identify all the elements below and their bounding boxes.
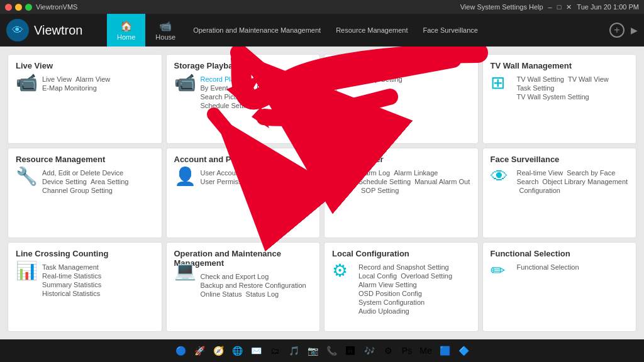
card-title-functional: Functional Selection: [491, 249, 629, 258]
link-functional-0[interactable]: Functional Selection: [517, 263, 579, 271]
window-controls[interactable]: [5, 4, 32, 11]
nav-house-label: House: [155, 33, 175, 41]
card-links-resource-mgmt: Add, Edit or Delete Device Device Settin…: [42, 169, 154, 194]
link-local-config-2[interactable]: Overload Setting: [401, 272, 452, 280]
card-links-tv-wall: TV Wall Setting TV Wall View Task Settin…: [517, 75, 629, 101]
window-minimize-icon[interactable]: –: [548, 3, 552, 11]
link-operation-mgmt-1[interactable]: Backup and Restore Configuration: [201, 282, 306, 289]
taskbar-misc[interactable]: 🔷: [456, 343, 471, 358]
taskbar-appstore[interactable]: 🅰: [343, 343, 358, 358]
link-face-surveillance-2[interactable]: Search: [517, 178, 539, 185]
link-face-surveillance-4[interactable]: Configuration: [519, 187, 560, 194]
link-alarm-center-2[interactable]: Schedule Setting: [358, 178, 411, 185]
nav-home[interactable]: 🏠 Home: [107, 14, 145, 47]
link-account-1[interactable]: User Permission Group Setting: [201, 178, 296, 185]
link-live-view-0[interactable]: Live View: [42, 75, 72, 83]
taskbar-safari[interactable]: 🧭: [211, 343, 226, 358]
taskbar-chrome[interactable]: 🌐: [230, 343, 245, 358]
link-line-crossing-0[interactable]: Task Management: [42, 263, 99, 271]
card-icon-storage-playback: 📹: [174, 72, 196, 93]
link-face-surveillance-3[interactable]: Object Library Management: [542, 178, 628, 185]
card-line-crossing: Line Crossing Counting📊Task Management R…: [8, 242, 162, 332]
link-storage-playback-1[interactable]: By Time Slice: [257, 75, 299, 83]
link-face-surveillance-1[interactable]: Search by Face: [567, 169, 615, 177]
link-storage-playback-7[interactable]: Schedule Setting: [201, 102, 253, 109]
nav-operation[interactable]: Operation and Maintenance Management: [186, 14, 328, 47]
card-links-live-view: Live View Alarm View E-Map Monitoring: [42, 75, 154, 92]
taskbar-vscode[interactable]: 🟦: [437, 343, 452, 358]
link-local-config-4[interactable]: OSD Position Config: [358, 290, 422, 297]
nav-right: + ▶: [609, 23, 638, 38]
link-alarm-center-0[interactable]: Alarm Log: [358, 169, 390, 177]
card-title-alarm-center: Alarm Center: [332, 155, 470, 164]
nav-house[interactable]: 📹 House: [145, 14, 186, 47]
taskbar-settings[interactable]: ⚙: [380, 343, 396, 358]
card-functional: Functional Selection✏Functional Selectio…: [482, 242, 637, 332]
link-line-crossing-3[interactable]: Historical Statistics: [42, 290, 100, 297]
window-maximize-icon[interactable]: □: [557, 3, 562, 11]
link-tv-wall-0[interactable]: TV Wall Setting: [517, 75, 564, 83]
link-alarm-center-1[interactable]: Alarm Linkage: [394, 169, 438, 177]
link-storage-playback-0[interactable]: Record Playback: [201, 75, 253, 83]
taskbar-itunes[interactable]: 🎶: [362, 343, 377, 358]
card-title-resource-mgmt: Resource Management: [16, 155, 154, 164]
link-local-config-0[interactable]: Record and Snapshot Setting: [358, 263, 449, 271]
link-account-0[interactable]: User Account Setting: [201, 169, 265, 177]
link-resource-mgmt-1[interactable]: Device Setting: [42, 178, 87, 185]
link-alarm-center-4[interactable]: SOP Setting: [361, 187, 399, 194]
link-tv-wall-3[interactable]: TV Wall System Setting: [517, 93, 589, 101]
link-line-crossing-1[interactable]: Real-time Statistics: [42, 272, 101, 280]
card-icon-alarm-center: 🔔: [332, 166, 354, 187]
logo-section: 👁 Viewtron: [6, 19, 107, 41]
card-icon-tv-wall: ⊞: [491, 72, 505, 93]
taskbar-photos[interactable]: 📷: [305, 343, 320, 358]
taskbar-facetime[interactable]: 📞: [324, 343, 339, 358]
maximize-button[interactable]: [25, 4, 32, 11]
link-line-crossing-2[interactable]: Summary Statistics: [42, 281, 101, 288]
taskbar-launchpad[interactable]: 🚀: [192, 343, 207, 358]
nav-face[interactable]: Face Surveillance: [416, 14, 486, 47]
nav-face-label: Face Surveillance: [423, 26, 478, 34]
card-links-functional: Functional Selection: [517, 263, 629, 271]
link-storage-playback-6[interactable]: Record Setting: [250, 93, 296, 101]
taskbar-media[interactable]: Me: [418, 343, 433, 358]
taskbar-music[interactable]: 🎵: [286, 343, 301, 358]
link-live-view-1[interactable]: Alarm View: [75, 75, 110, 83]
card-icon-line-crossing: 📊: [16, 260, 38, 281]
window-close-icon[interactable]: ✕: [566, 3, 572, 11]
link-alarm-center-3[interactable]: Manual Alarm Out: [414, 178, 470, 185]
link-storage-playback-2[interactable]: By Event: [201, 84, 228, 92]
link-operation-mgmt-0[interactable]: Check and Export Log: [201, 273, 269, 280]
title-bar: ViewtronVMS View System Settings Help – …: [0, 0, 644, 14]
taskbar-finder[interactable]: 🔵: [173, 343, 188, 358]
minimize-button[interactable]: [15, 4, 22, 11]
link-local-config-1[interactable]: Local Config: [358, 272, 397, 280]
link-storage-playback-5[interactable]: Search Picture: [201, 93, 246, 101]
taskbar-mail[interactable]: ✉️: [248, 343, 264, 358]
link-local-config-5[interactable]: System Configuration: [358, 299, 425, 306]
link-tv-wall-1[interactable]: TV Wall View: [568, 75, 609, 83]
link-operation-mgmt-2[interactable]: Online Status: [201, 290, 242, 298]
add-button[interactable]: +: [609, 23, 625, 38]
card-title-line-crossing: Line Crossing Counting: [16, 249, 154, 258]
link-storage-playback-4[interactable]: Backup: [257, 84, 280, 92]
taskbar: 🔵 🚀 🧭 🌐 ✉️ 🗂 🎵 📷 📞 🅰 🎶 ⚙ Ps Me 🟦 🔷: [0, 339, 644, 362]
card-icon-functional: ✏: [491, 260, 505, 281]
close-button[interactable]: [5, 4, 12, 11]
link-e-map-0[interactable]: E-Map Setting: [358, 75, 402, 83]
link-resource-mgmt-3[interactable]: Channel Group Setting: [42, 187, 113, 194]
link-resource-mgmt-0[interactable]: Add, Edit or Delete Device: [42, 169, 123, 177]
link-operation-mgmt-3[interactable]: Status Log: [246, 290, 279, 298]
link-local-config-6[interactable]: Audio Uploading: [358, 307, 409, 315]
taskbar-photoshop[interactable]: Ps: [399, 343, 414, 358]
link-storage-playback-3[interactable]: By Tag: [232, 84, 253, 92]
taskbar-filezilla[interactable]: 🗂: [267, 343, 282, 358]
link-live-view-2[interactable]: E-Map Monitoring: [42, 84, 97, 92]
link-face-surveillance-0[interactable]: Real-time View: [517, 169, 564, 177]
nav-expand-icon[interactable]: ▶: [631, 25, 638, 35]
nav-home-label: Home: [117, 33, 135, 41]
link-tv-wall-2[interactable]: Task Setting: [517, 84, 555, 92]
link-resource-mgmt-2[interactable]: Area Setting: [91, 178, 129, 185]
nav-resource[interactable]: Resource Management: [328, 14, 415, 47]
link-local-config-3[interactable]: Alarm View Setting: [358, 281, 417, 288]
